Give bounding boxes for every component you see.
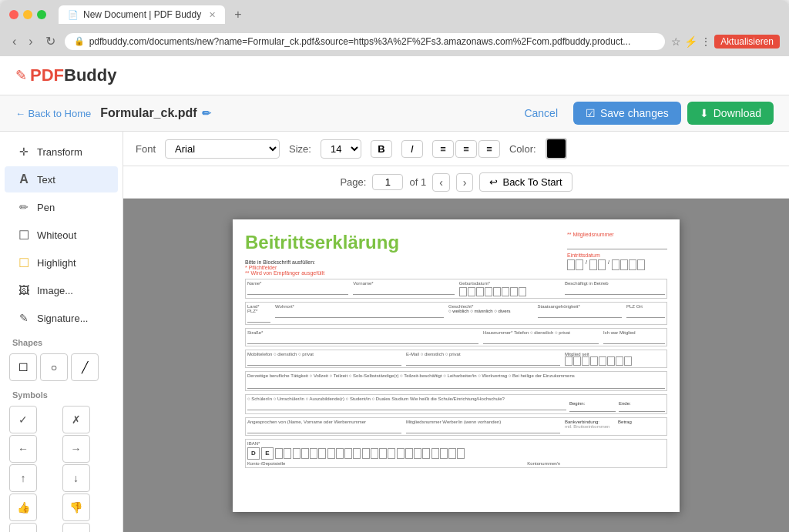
symbol-thumbup-button[interactable]: 👍 — [9, 494, 37, 521]
logo-edit-icon: ✎ — [15, 67, 27, 84]
field-land: Land* PLZ* — [247, 304, 270, 323]
color-picker[interactable] — [546, 138, 567, 159]
shape-circle-button[interactable]: ○ — [40, 353, 68, 381]
next-page-button[interactable]: › — [456, 173, 474, 192]
reload-button[interactable]: ↻ — [42, 32, 59, 50]
prev-page-button[interactable]: ‹ — [432, 173, 450, 192]
browser-addressbar: ‹ › ↻ 🔒 pdfbuddy.com/documents/new?name=… — [0, 29, 789, 56]
field-geschlecht: Geschlecht* ○ weiblich ○ männlich ○ dive… — [448, 304, 533, 323]
pdf-header-row: Beitrittserklärung Bitte in Blockschrift… — [245, 232, 667, 279]
align-center-button[interactable]: ≡ — [455, 140, 477, 158]
edit-title-icon[interactable]: ✏ — [202, 107, 211, 119]
page-label: Page: — [340, 176, 366, 188]
sidebar-item-signature[interactable]: ✎ Signature... — [5, 305, 118, 331]
sidebar-label-whiteout: Whiteout — [37, 229, 76, 241]
shape-line-button[interactable]: ╱ — [71, 353, 99, 381]
logo-text: PDFBuddy — [30, 65, 116, 85]
page-input[interactable] — [372, 174, 403, 190]
sidebar-label-signature: Signature... — [37, 313, 89, 324]
app-content: ✎ PDFBuddy ← Back to Home Formular_ck.pd… — [0, 56, 789, 532]
tab-close-button[interactable]: ✕ — [209, 10, 216, 20]
symbol-arrow-up-button[interactable]: ↑ — [9, 464, 37, 492]
save-button[interactable]: ☑ Save changes — [573, 102, 681, 125]
address-text: pdfbuddy.com/documents/new?name=Formular… — [89, 36, 656, 47]
field-strasse: Straße* — [247, 330, 478, 344]
logo-buddy: Buddy — [64, 65, 116, 85]
back-to-home-link[interactable]: ← Back to Home — [15, 108, 91, 119]
pdf-document: Beitrittserklärung Bitte in Blockschrift… — [233, 219, 680, 512]
sidebar: ✛ Transform A Text ✏ Pen ☐ Whiteout ☐ — [0, 132, 123, 532]
alignment-buttons: ≡ ≡ ≡ — [432, 140, 500, 158]
download-label: Download — [713, 107, 761, 119]
menu-button[interactable]: ⋮ — [700, 35, 711, 48]
form-row-5: Derzeitige berufliche Tätigkeit ○ Vollze… — [245, 371, 667, 391]
field-mitgliedsnummer: Mitgliedsnummer Werber/in (wenn vorhande… — [406, 420, 560, 433]
highlight-icon: ☐ — [17, 256, 31, 269]
save-label: Save changes — [600, 107, 669, 119]
maximize-window-dot[interactable] — [37, 10, 46, 19]
field-vorname: Vorname* — [353, 281, 454, 296]
symbols-section-label: Symbols — [0, 384, 123, 403]
address-bar[interactable]: 🔒 pdfbuddy.com/documents/new?name=Formul… — [65, 33, 666, 50]
symbol-cross-button[interactable]: ✗ — [62, 406, 90, 433]
sidebar-item-whiteout[interactable]: ☐ Whiteout — [5, 222, 118, 248]
align-right-button[interactable]: ≡ — [478, 140, 500, 158]
symbol-arrow-right-button[interactable]: → — [62, 435, 90, 463]
sidebar-label-transform: Transform — [37, 146, 82, 158]
sidebar-label-image: Image... — [37, 285, 73, 296]
sidebar-item-text[interactable]: A Text — [5, 166, 118, 192]
save-icon: ☑ — [586, 107, 596, 119]
forward-button[interactable]: › — [25, 33, 35, 50]
sidebar-item-image[interactable]: 🖼 Image... — [5, 277, 118, 303]
bookmark-button[interactable]: ☆ — [671, 35, 681, 48]
top-bar-left: ← Back to Home Formular_ck.pdf ✏ — [15, 106, 211, 120]
symbol-question-button[interactable]: ? — [9, 523, 37, 532]
symbol-exclamation-button[interactable]: ! — [62, 523, 90, 532]
form-row-7: Angesprochen von (Name, Vorname oder Wer… — [245, 417, 667, 436]
new-tab-button[interactable]: + — [231, 8, 244, 22]
logo-pdf: PDF — [30, 65, 64, 85]
pdf-viewport[interactable]: Beitrittserklärung Bitte in Blockschrift… — [123, 199, 789, 532]
sidebar-item-transform[interactable]: ✛ Transform — [5, 139, 118, 165]
cancel-button[interactable]: Cancel — [515, 102, 567, 124]
sidebar-label-text: Text — [37, 174, 55, 186]
size-select[interactable]: 14 10 12 16 18 24 — [321, 139, 361, 159]
font-select[interactable]: Arial Times New Roman Helvetica — [165, 139, 280, 159]
back-to-start-icon: ↩ — [489, 176, 498, 188]
sidebar-item-highlight[interactable]: ☐ Highlight — [5, 249, 118, 276]
italic-button[interactable]: I — [401, 140, 423, 158]
sidebar-item-pen[interactable]: ✏ Pen — [5, 194, 118, 220]
bold-button[interactable]: B — [371, 140, 392, 158]
field-mitglied: Ich war Mitglied — [603, 330, 665, 344]
field-bankverbindung: Bankverbindung:Betrag mtl. Bruttoeinkomm… — [565, 420, 665, 433]
shape-rectangle-button[interactable]: ☐ — [9, 353, 37, 381]
download-icon: ⬇ — [700, 107, 709, 119]
window-controls — [9, 10, 46, 19]
back-to-start-button[interactable]: ↩ Back To Start — [479, 172, 572, 192]
pdf-area: Page: of 1 ‹ › ↩ Back To Start — [123, 166, 789, 532]
extensions-button[interactable]: ⚡ — [684, 35, 697, 48]
whiteout-icon: ☐ — [17, 228, 31, 242]
shapes-section-label: Shapes — [0, 332, 123, 350]
symbol-thumbdown-button[interactable]: 👎 — [62, 494, 90, 521]
back-button[interactable]: ‹ — [9, 33, 19, 50]
pdf-right-info: ** Mitgliedsnummer Eintrittsdatum / — [567, 232, 667, 279]
update-button[interactable]: Aktualisieren — [714, 35, 780, 49]
align-left-button[interactable]: ≡ — [432, 140, 454, 158]
symbol-checkmark-button[interactable]: ✓ — [9, 406, 37, 433]
minimize-window-dot[interactable] — [23, 10, 32, 19]
back-to-start-label: Back To Start — [502, 176, 562, 188]
symbol-arrow-left-button[interactable]: ← — [9, 435, 37, 463]
close-window-dot[interactable] — [9, 10, 18, 19]
field-beschaftigt: Beschäftigt in Betrieb — [565, 281, 665, 296]
transform-icon: ✛ — [17, 145, 31, 159]
symbol-arrow-down-button[interactable]: ↓ — [62, 464, 90, 492]
form-row-6: ○ Schüler/in ○ Umschüler/in ○ Auszubilde… — [245, 394, 667, 414]
download-button[interactable]: ⬇ Download — [687, 102, 774, 125]
color-label: Color: — [509, 143, 536, 155]
field-angesprochen: Angesprochen von (Name, Vorname oder Wer… — [247, 420, 401, 433]
browser-tab[interactable]: 📄 New Document | PDF Buddy ✕ — [59, 5, 225, 24]
symbols-grid: ✓ ✗ ← → ↑ ↓ 👍 👎 ? ! — [0, 403, 123, 532]
pdf-doc-title: Beitrittserklärung — [245, 232, 558, 253]
form-row-2: Land* PLZ* Wohnort* Geschlecht* ○ weibli — [245, 302, 667, 325]
